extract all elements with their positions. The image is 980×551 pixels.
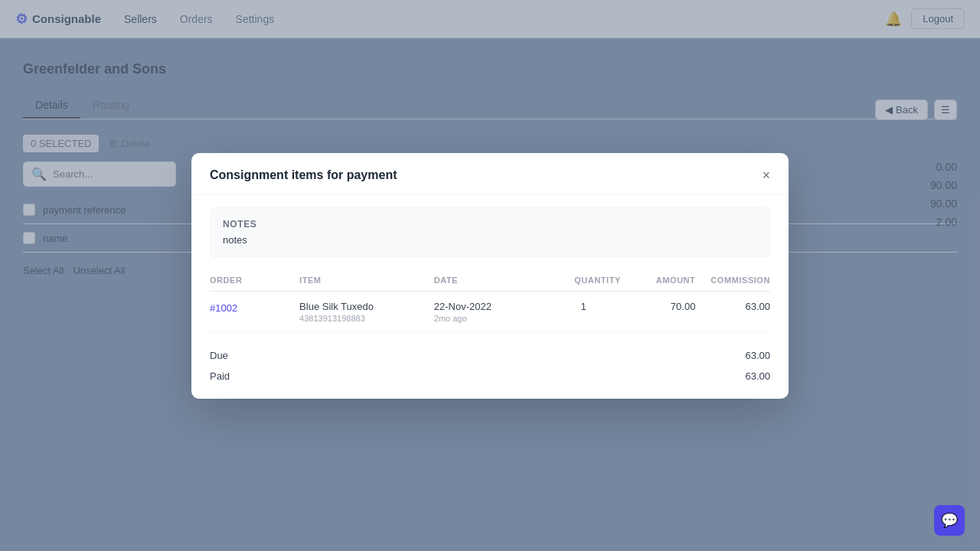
- paid-value: 63.00: [745, 370, 770, 382]
- notes-label: Notes: [223, 219, 757, 230]
- totals-section: Due 63.00 Paid 63.00: [210, 339, 770, 386]
- modal-title: Consignment items for payment: [210, 168, 397, 182]
- row-order: #1002: [210, 301, 299, 315]
- total-paid-row: Paid 63.00: [210, 366, 770, 386]
- row-date: 22-Nov-2022 2mo ago: [434, 301, 546, 323]
- row-item: Blue Silk Tuxedo 43813913198883: [299, 301, 434, 323]
- modal-body: Notes notes ORDER ITEM DATE QUANTITY AMO…: [191, 195, 789, 399]
- total-due-row: Due 63.00: [210, 345, 770, 366]
- modal-close-button[interactable]: ×: [762, 168, 770, 182]
- paid-label: Paid: [210, 370, 230, 382]
- row-amount: 70.00: [621, 301, 696, 312]
- chat-button[interactable]: 💬: [934, 505, 965, 536]
- table-row: #1002 Blue Silk Tuxedo 43813913198883 22…: [210, 292, 770, 333]
- order-link[interactable]: #1002: [210, 302, 237, 314]
- col-order: ORDER: [210, 276, 299, 285]
- col-commission: COMMISSION: [695, 276, 770, 285]
- col-item: ITEM: [299, 276, 434, 285]
- row-quantity: 1: [546, 301, 621, 312]
- item-name: Blue Silk Tuxedo: [299, 301, 434, 312]
- notes-section: Notes notes: [210, 207, 770, 257]
- date-main: 22-Nov-2022: [434, 301, 546, 312]
- col-quantity: QUANTITY: [546, 276, 621, 285]
- due-value: 63.00: [745, 350, 770, 361]
- modal-overlay: Consignment items for payment × Notes no…: [0, 0, 980, 551]
- item-sku: 43813913198883: [299, 314, 434, 323]
- table-header: ORDER ITEM DATE QUANTITY AMOUNT COMMISSI…: [210, 269, 770, 292]
- modal-header: Consignment items for payment ×: [191, 153, 789, 195]
- date-ago: 2mo ago: [434, 314, 546, 323]
- row-commission: 63.00: [695, 301, 770, 312]
- notes-value: notes: [223, 234, 757, 246]
- due-label: Due: [210, 350, 228, 361]
- col-date: DATE: [434, 276, 546, 285]
- modal: Consignment items for payment × Notes no…: [191, 153, 789, 399]
- chat-icon: 💬: [941, 512, 958, 529]
- col-amount: AMOUNT: [621, 276, 696, 285]
